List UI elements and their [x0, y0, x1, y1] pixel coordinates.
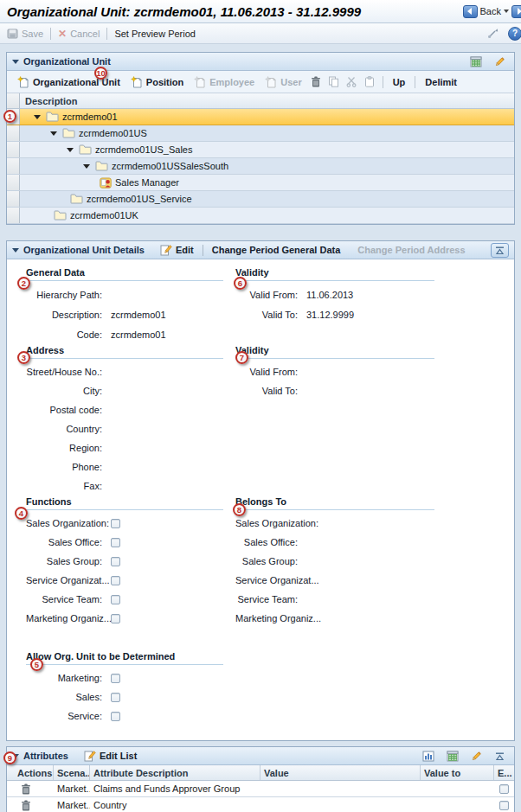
tree-row[interactable]: zcrmdemo01US_Sales — [7, 142, 514, 158]
field-label: Valid From: — [235, 367, 298, 377]
collapse-tray-button[interactable] — [491, 243, 509, 258]
attribute-row[interactable]: Market... Country — [7, 797, 514, 812]
tree-node-label[interactable]: zcrmdemo01 — [62, 112, 118, 122]
app-toolbar: Save ✕ Cancel Set Preview Period ? — [0, 23, 521, 44]
column-header-attribute-description[interactable]: Attribute Description — [90, 765, 260, 780]
tree-row[interactable]: zcrmdemo01 — [7, 109, 514, 125]
delete-icon[interactable] — [307, 76, 325, 87]
chart-icon[interactable] — [419, 751, 438, 762]
field-value: 11.06.2013 — [306, 290, 353, 300]
tree-row[interactable]: zcrmdemo01USSalesSouth — [7, 158, 514, 175]
row-selector[interactable] — [7, 208, 20, 223]
tree-row[interactable]: zcrmdemo01US — [7, 125, 514, 142]
tree-node-label[interactable]: zcrmdemo01US_Service — [87, 194, 192, 204]
attribute-row[interactable]: Market... Claims and Funds Approver Grou… — [7, 781, 514, 797]
toolbar-separator — [106, 28, 107, 40]
expander-icon[interactable] — [67, 148, 74, 152]
back-icon[interactable] — [463, 5, 478, 18]
column-header-scenario[interactable]: Scena... — [54, 765, 90, 780]
attributes-panel-header: Attributes Edit List — [7, 747, 514, 765]
tree-node-label[interactable]: zcrmdemo01USSalesSouth — [112, 161, 228, 171]
expander-icon[interactable] — [50, 131, 57, 136]
field-label: Hierarchy Path: — [26, 290, 102, 300]
annotation-badge-6: 6 — [234, 277, 247, 290]
copy-icon[interactable] — [325, 76, 343, 87]
exclude-checkbox[interactable] — [499, 784, 509, 794]
sales-office-checkbox[interactable] — [111, 538, 120, 547]
tree-node-label[interactable]: zcrmdemo01US_Sales — [95, 144, 193, 155]
back-button[interactable]: Back — [480, 6, 501, 16]
change-period-address-button[interactable]: Change Period Address — [357, 245, 465, 255]
export-spreadsheet-icon[interactable] — [443, 751, 462, 762]
delimit-button[interactable]: Delimit — [420, 77, 462, 87]
personalize-pencil-icon[interactable] — [491, 56, 509, 67]
create-user-button[interactable]: User — [260, 76, 306, 88]
export-spreadsheet-icon[interactable] — [466, 56, 486, 67]
collapse-tray-icon[interactable] — [491, 751, 509, 761]
create-organizational-unit-button[interactable]: Organizational Unit — [12, 76, 125, 88]
column-header-actions[interactable]: Actions — [7, 765, 54, 780]
paste-icon[interactable] — [361, 76, 378, 87]
change-period-general-data-button[interactable]: Change Period General Data — [212, 245, 341, 255]
folder-icon — [46, 112, 59, 122]
edit-icon — [160, 244, 172, 256]
exclude-checkbox[interactable] — [499, 801, 509, 810]
personalize-icon[interactable] — [484, 28, 502, 39]
description-column-header[interactable]: Description — [20, 93, 78, 108]
field-label: Sales Group: — [26, 556, 102, 566]
help-icon[interactable]: ? — [508, 27, 521, 41]
up-button[interactable]: Up — [388, 77, 411, 87]
create-position-button[interactable]: Position — [125, 76, 189, 88]
row-selector[interactable] — [7, 191, 20, 207]
tree-node-label[interactable]: zcrmdemo01US — [79, 128, 147, 138]
folder-icon — [70, 194, 83, 204]
tree-node-label[interactable]: zcrmdemo01UK — [70, 210, 138, 221]
edit-button[interactable]: Edit — [160, 244, 194, 256]
sales-group-checkbox[interactable] — [111, 557, 120, 566]
collapse-panel-icon[interactable] — [12, 60, 19, 64]
expander-icon[interactable] — [34, 115, 41, 119]
collapse-panel-icon[interactable] — [12, 248, 19, 253]
collapse-icon — [494, 246, 505, 255]
allow-sales-checkbox[interactable] — [111, 693, 120, 702]
edit-list-button[interactable]: Edit List — [84, 750, 137, 762]
personalize-pencil-icon[interactable] — [467, 751, 486, 762]
row-selector[interactable] — [7, 142, 20, 157]
create-employee-button[interactable]: Employee — [189, 76, 260, 88]
column-header-value[interactable]: Value — [260, 765, 421, 780]
save-button[interactable]: Save — [7, 29, 43, 39]
back-dropdown-icon[interactable] — [504, 10, 509, 13]
service-team-checkbox[interactable] — [111, 595, 120, 604]
marketing-organization-checkbox[interactable] — [111, 614, 120, 623]
service-organization-checkbox[interactable] — [111, 576, 120, 585]
delete-attribute-icon[interactable] — [21, 800, 31, 811]
forward-icon[interactable] — [511, 5, 521, 18]
column-header-value-to[interactable]: Value to — [421, 765, 494, 780]
address-section: Address Street/House No.: City: Postal c… — [26, 344, 235, 496]
expander-icon[interactable] — [83, 164, 90, 169]
allow-service-checkbox[interactable] — [111, 712, 120, 721]
tree-row[interactable]: zcrmdemo01US_Service — [7, 191, 514, 208]
tree-row[interactable]: zcrmdemo01UK — [7, 208, 514, 224]
validity-general-section: Validity Valid From:11.06.2013 Valid To:… — [235, 266, 507, 344]
field-label: City: — [26, 386, 102, 396]
allow-marketing-checkbox[interactable] — [111, 674, 120, 683]
delete-attribute-icon[interactable] — [21, 783, 31, 795]
organizational-unit-panel: Organizational Unit Organizational Unit … — [6, 52, 515, 225]
section-rule — [235, 358, 434, 359]
tree-node-label[interactable]: Sales Manager — [115, 177, 179, 188]
tree-row[interactable]: Sales Manager — [7, 175, 514, 191]
row-selector[interactable] — [7, 125, 20, 141]
create-icon — [194, 76, 206, 88]
cancel-button[interactable]: ✕ Cancel — [58, 29, 100, 39]
row-selector[interactable] — [7, 175, 20, 190]
sales-organization-checkbox[interactable] — [111, 519, 120, 528]
column-header-exclude[interactable]: E... — [494, 765, 514, 780]
set-preview-period-button[interactable]: Set Preview Period — [114, 29, 196, 39]
annotation-badge-4: 4 — [15, 507, 28, 520]
field-label: Postal code: — [26, 405, 102, 415]
field-label: Street/House No.: — [26, 367, 102, 377]
cut-icon[interactable] — [343, 76, 361, 87]
row-selector[interactable] — [7, 158, 20, 174]
panel-title: Attributes — [23, 751, 68, 761]
